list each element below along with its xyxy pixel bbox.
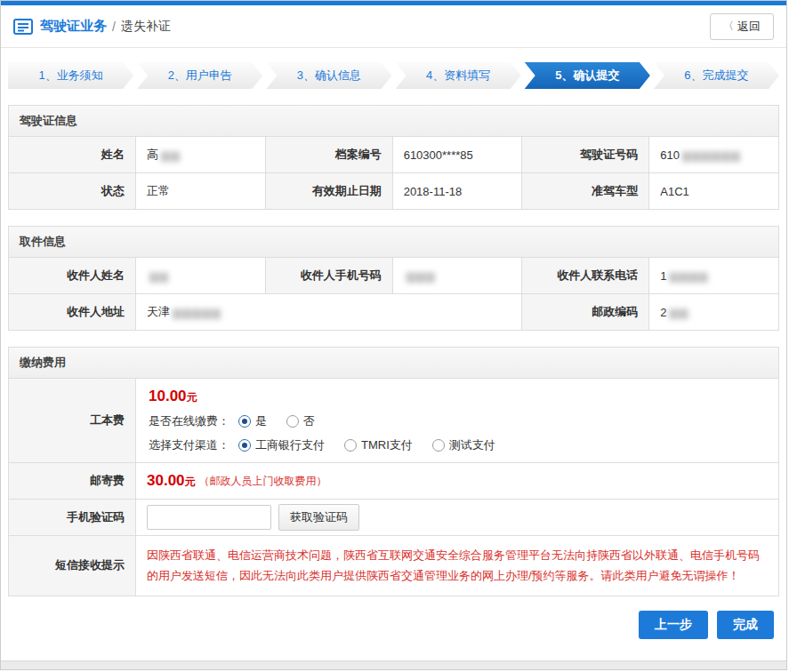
step-progress-bar: 1、业务须知 2、用户申告 3、确认信息 4、资料填写 5、确认提交 6、完成提… — [8, 62, 779, 89]
channel-icbc-radio[interactable] — [238, 439, 251, 452]
status-value: 正常 — [136, 173, 265, 209]
online-pay-no-option[interactable]: 否 — [286, 413, 315, 429]
page: 驾驶证业务 / 遗失补证 〈 返回 1、业务须知 2、用户申告 3、确认信息 4… — [0, 0, 787, 670]
online-pay-yes-label: 是 — [255, 413, 267, 429]
zip-code-redacted: ▆▆ — [670, 306, 689, 319]
work-fee-amount: 10.00元 — [149, 388, 766, 405]
page-title: 驾驶证业务 — [40, 18, 107, 35]
get-captcha-button[interactable]: 获取验证码 — [278, 504, 359, 531]
recipient-name-value: ▆▆ — [136, 258, 265, 293]
online-pay-yes-radio[interactable] — [238, 415, 251, 428]
zip-code-label: 邮政编码 — [522, 294, 648, 330]
channel-test-radio[interactable] — [432, 439, 445, 452]
file-number-label: 档案编号 — [266, 137, 392, 172]
back-chevron-icon: 〈 — [723, 19, 734, 34]
header: 驾驶证业务 / 遗失补证 〈 返回 — [1, 5, 786, 48]
name-value: 高▆▆ — [136, 137, 265, 172]
channel-tmri-label: TMRI支付 — [361, 437, 413, 453]
recipient-address-label: 收件人地址 — [9, 294, 135, 330]
captcha-label: 手机验证码 — [9, 500, 135, 535]
online-pay-no-label: 否 — [303, 413, 315, 429]
license-number-redacted: ▆▆▆▆▆▆ — [682, 148, 741, 162]
back-button[interactable]: 〈 返回 — [710, 13, 774, 40]
previous-step-button[interactable]: 上一步 — [639, 611, 708, 639]
license-info-section-title: 驾驶证信息 — [9, 106, 778, 137]
online-pay-no-radio[interactable] — [286, 415, 299, 428]
channel-tmri-option[interactable]: TMRI支付 — [344, 437, 413, 453]
footer-strip — [1, 660, 786, 669]
work-fee-content: 10.00元 是否在线缴费： 是 否 — [136, 379, 778, 462]
name-label: 姓名 — [9, 137, 135, 172]
pay-channel-radio-group: 工商银行支付 TMRI支付 测试支付 — [238, 437, 495, 453]
zip-code-value: 2▆▆ — [649, 294, 778, 330]
online-pay-question: 是否在线缴费： — [149, 413, 229, 429]
channel-test-option[interactable]: 测试支付 — [432, 437, 495, 453]
status-label: 状态 — [9, 173, 135, 209]
breadcrumb-separator: / — [112, 20, 116, 34]
license-info-section: 驾驶证信息 姓名 高▆▆ 档案编号 610300****85 驾驶证号码 610… — [8, 105, 779, 210]
recipient-name-redacted: ▆▆ — [149, 269, 169, 283]
captcha-input[interactable] — [147, 505, 271, 530]
step-1-business-notice[interactable]: 1、业务须知 — [8, 62, 133, 89]
vehicle-class-value: A1C1 — [649, 173, 778, 209]
finish-button[interactable]: 完成 — [717, 611, 774, 639]
fees-section: 缴纳费用 工本费 10.00元 是否在线缴费： 是 否 — [8, 347, 779, 596]
file-number-value: 610300****85 — [393, 137, 522, 172]
pickup-info-section: 取件信息 收件人姓名 ▆▆ 收件人手机号码 ▆▆▆ 收件人联系电话 1▆▆▆▆ … — [8, 226, 779, 331]
recipient-mobile-value: ▆▆▆ — [393, 258, 522, 293]
recipient-phone-value: 1▆▆▆▆ — [649, 258, 778, 293]
recipient-mobile-label: 收件人手机号码 — [266, 258, 392, 293]
channel-test-label: 测试支付 — [449, 437, 495, 453]
recipient-phone-label: 收件人联系电话 — [522, 258, 648, 293]
license-number-value: 610▆▆▆▆▆▆ — [649, 137, 778, 172]
captcha-content: 获取验证码 — [136, 500, 778, 535]
license-number-label: 驾驶证号码 — [522, 137, 648, 172]
pickup-info-section-title: 取件信息 — [9, 227, 778, 258]
post-fee-amount: 30.00元 — [147, 472, 196, 490]
license-business-icon — [13, 19, 33, 35]
step-3-confirm-info[interactable]: 3、确认信息 — [266, 62, 391, 89]
post-fee-label: 邮寄费 — [9, 463, 135, 499]
channel-icbc-label: 工商银行支付 — [255, 437, 325, 453]
sms-notice-content: 因陕西省联通、电信运营商技术问题，陕西省互联网交通安全综合服务管理平台无法向持陕… — [136, 536, 778, 596]
channel-tmri-radio[interactable] — [344, 439, 357, 452]
recipient-mobile-redacted: ▆▆▆ — [407, 269, 436, 283]
recipient-phone-redacted: ▆▆▆▆ — [670, 269, 709, 283]
channel-icbc-option[interactable]: 工商银行支付 — [238, 437, 325, 453]
online-pay-yes-option[interactable]: 是 — [238, 413, 267, 429]
step-2-user-declaration[interactable]: 2、用户申告 — [137, 62, 262, 89]
recipient-address-redacted: ▆▆▆▆▆ — [173, 306, 221, 319]
sms-notice-label: 短信接收提示 — [9, 536, 135, 596]
recipient-address-value: 天津▆▆▆▆▆ — [136, 294, 521, 330]
sms-notice-text: 因陕西省联通、电信运营商技术问题，陕西省互联网交通安全综合服务管理平台无法向持陕… — [147, 536, 768, 596]
pay-channel-question: 选择支付渠道： — [149, 437, 229, 453]
bottom-actions: 上一步 完成 — [1, 611, 774, 639]
post-fee-note: （邮政人员上门收取费用） — [199, 474, 327, 489]
step-5-confirm-submit[interactable]: 5、确认提交 — [525, 62, 650, 89]
step-4-fill-data[interactable]: 4、资料填写 — [396, 62, 521, 89]
post-fee-content: 30.00元 （邮政人员上门收取费用） — [136, 463, 778, 499]
step-6-complete-submit[interactable]: 6、完成提交 — [654, 62, 779, 89]
expiry-value: 2018-11-18 — [393, 173, 522, 209]
back-button-label: 返回 — [737, 19, 761, 35]
online-pay-radio-group: 是 否 — [238, 413, 315, 429]
expiry-label: 有效期止日期 — [266, 173, 392, 209]
work-fee-label: 工本费 — [9, 379, 135, 462]
recipient-name-label: 收件人姓名 — [9, 258, 135, 293]
breadcrumb-current: 遗失补证 — [121, 19, 171, 35]
name-redacted: ▆▆ — [161, 148, 181, 162]
fees-section-title: 缴纳费用 — [9, 348, 778, 379]
vehicle-class-label: 准驾车型 — [522, 173, 648, 209]
